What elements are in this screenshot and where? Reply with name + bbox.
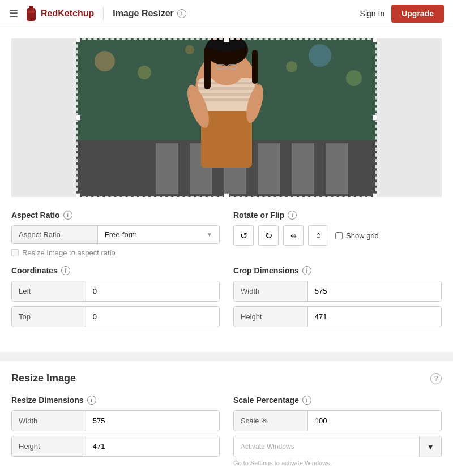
aspect-ratio-label: Aspect Ratio xyxy=(11,211,60,220)
crop-height-input[interactable] xyxy=(308,307,441,327)
scale-dropdown: Activate Windows ▼ xyxy=(233,436,442,457)
scale-dropdown-placeholder: Activate Windows xyxy=(241,443,294,451)
logo: RedKetchup xyxy=(25,6,94,22)
crop-width-input[interactable] xyxy=(308,281,441,301)
resize-section-title: Resize Image xyxy=(11,372,76,384)
resize-dimensions-label: Resize Dimensions xyxy=(11,396,84,405)
scale-percentage-info-icon[interactable]: i xyxy=(302,396,311,405)
resize-height-label: Height xyxy=(12,436,86,456)
rotate-left-icon: ↺ xyxy=(240,230,247,241)
flip-v-icon: ⇕ xyxy=(315,231,322,240)
rotate-flip-title: Rotate or Flip i xyxy=(233,211,442,220)
aspect-ratio-value: Free-form xyxy=(105,230,137,239)
aspect-ratio-title: Aspect Ratio i xyxy=(11,211,220,220)
scale-label: Scale % xyxy=(234,411,308,431)
logo-text: RedKetchup xyxy=(41,8,94,19)
scale-input-row: Scale % xyxy=(233,410,442,431)
crop-dimensions-info-icon[interactable]: i xyxy=(302,266,311,275)
aspect-ratio-row: Aspect Ratio Free-form ▼ xyxy=(11,225,220,244)
crop-handle-br[interactable] xyxy=(373,193,377,197)
resize-width-label: Width xyxy=(12,411,86,431)
top-input[interactable] xyxy=(86,307,219,327)
coordinates-group: Coordinates i Left Top xyxy=(11,266,220,332)
left-label: Left xyxy=(12,281,86,301)
scale-percentage-label: Scale Percentage xyxy=(233,396,299,405)
controls-section-coords: Coordinates i Left Top Crop Dimensions i… xyxy=(11,266,442,332)
page-title: Image Resizer xyxy=(113,8,174,19)
crop-handle-tr[interactable] xyxy=(373,38,377,42)
rotate-flip-info-icon[interactable]: i xyxy=(288,211,297,220)
svg-rect-1 xyxy=(27,8,36,21)
resize-section: Resize Image ? Resize Dimensions i Width… xyxy=(0,361,453,476)
flip-horizontal-button[interactable]: ⇔ xyxy=(283,225,304,246)
upgrade-button[interactable]: Upgrade xyxy=(391,5,444,23)
resize-height-input[interactable] xyxy=(86,436,219,456)
crop-width-row: Width xyxy=(233,281,442,302)
logo-bottle-icon xyxy=(25,6,37,22)
coordinates-label: Coordinates xyxy=(11,266,58,275)
crop-handle-ml[interactable] xyxy=(76,115,80,121)
sign-in-button[interactable]: Sign In xyxy=(360,9,385,18)
resize-dimensions-group: Resize Dimensions i Width Height xyxy=(11,396,220,466)
menu-icon[interactable]: ☰ xyxy=(9,7,18,20)
rotate-flip-buttons: ↺ ↻ ⇔ ⇕ Show grid xyxy=(233,225,442,246)
resize-checkbox-row: Resize Image to aspect ratio xyxy=(11,248,220,257)
rotate-flip-group: Rotate or Flip i ↺ ↻ ⇔ ⇕ Show grid xyxy=(233,211,442,257)
show-grid-label: Show grid xyxy=(346,231,379,240)
crop-overlay xyxy=(76,38,377,197)
left-coord-row: Left xyxy=(11,281,220,302)
crop-handle-tc[interactable] xyxy=(224,38,229,42)
crop-handle-tl[interactable] xyxy=(76,38,80,42)
scale-dropdown-chevron: ▼ xyxy=(426,442,434,451)
aspect-ratio-dropdown-arrow: ▼ xyxy=(207,231,212,238)
resize-dimensions-title: Resize Dimensions i xyxy=(11,396,220,405)
crop-dimensions-group: Crop Dimensions i Width Height xyxy=(233,266,442,332)
flip-vertical-button[interactable]: ⇕ xyxy=(308,225,328,246)
aspect-ratio-info-icon[interactable]: i xyxy=(63,211,72,220)
scale-dropdown-value: Activate Windows xyxy=(234,436,419,457)
scale-percentage-title: Scale Percentage i xyxy=(233,396,442,405)
crop-handle-bc[interactable] xyxy=(224,193,229,197)
crop-handle-mr[interactable] xyxy=(373,115,377,121)
resize-height-row: Height xyxy=(11,436,220,457)
crop-height-row: Height xyxy=(233,306,442,327)
show-grid-checkbox[interactable] xyxy=(335,232,343,239)
header: ☰ RedKetchup Image Resizer i Sign In Upg… xyxy=(0,0,453,27)
left-input[interactable] xyxy=(86,281,219,301)
controls-section-top: Aspect Ratio i Aspect Ratio Free-form ▼ … xyxy=(11,211,442,257)
resize-aspect-checkbox[interactable] xyxy=(11,249,19,256)
scale-percentage-group: Scale Percentage i Scale % Activate Wind… xyxy=(233,396,442,466)
rotate-right-icon: ↻ xyxy=(265,230,272,241)
show-grid-row: Show grid xyxy=(335,231,379,240)
coordinates-title: Coordinates i xyxy=(11,266,220,275)
windows-watermark: Go to Settings to activate Windows. xyxy=(233,460,442,466)
resize-dimensions-info-icon[interactable]: i xyxy=(87,396,96,405)
resize-controls-grid: Resize Dimensions i Width Height Scale P… xyxy=(11,396,442,466)
aspect-ratio-field-label: Aspect Ratio xyxy=(12,226,98,243)
resize-aspect-label: Resize Image to aspect ratio xyxy=(22,248,116,257)
main-content: Aspect Ratio i Aspect Ratio Free-form ▼ … xyxy=(0,27,453,352)
flip-h-icon: ⇔ xyxy=(290,231,297,240)
image-preview-wrapper xyxy=(76,38,377,197)
aspect-ratio-select[interactable]: Free-form ▼ xyxy=(98,226,219,243)
svg-rect-2 xyxy=(28,11,35,13)
resize-width-input[interactable] xyxy=(86,411,219,431)
aspect-ratio-group: Aspect Ratio i Aspect Ratio Free-form ▼ … xyxy=(11,211,220,257)
preview-image xyxy=(76,38,377,197)
resize-help-icon[interactable]: ? xyxy=(430,373,442,384)
image-preview-container xyxy=(11,38,442,197)
top-coord-row: Top xyxy=(11,306,220,327)
crop-handle-bl[interactable] xyxy=(76,193,80,197)
title-info-icon[interactable]: i xyxy=(177,9,186,18)
resize-section-header: Resize Image ? xyxy=(11,372,442,384)
crop-height-label: Height xyxy=(234,307,308,327)
coordinates-info-icon[interactable]: i xyxy=(61,266,70,275)
rotate-flip-label: Rotate or Flip xyxy=(233,211,284,220)
crop-width-label: Width xyxy=(234,281,308,301)
scale-dropdown-arrow[interactable]: ▼ xyxy=(419,436,441,457)
top-label: Top xyxy=(12,307,86,327)
rotate-left-button[interactable]: ↺ xyxy=(233,225,254,246)
scale-input[interactable] xyxy=(308,411,441,431)
crop-dimensions-label: Crop Dimensions xyxy=(233,266,299,275)
rotate-right-button[interactable]: ↻ xyxy=(258,225,279,246)
